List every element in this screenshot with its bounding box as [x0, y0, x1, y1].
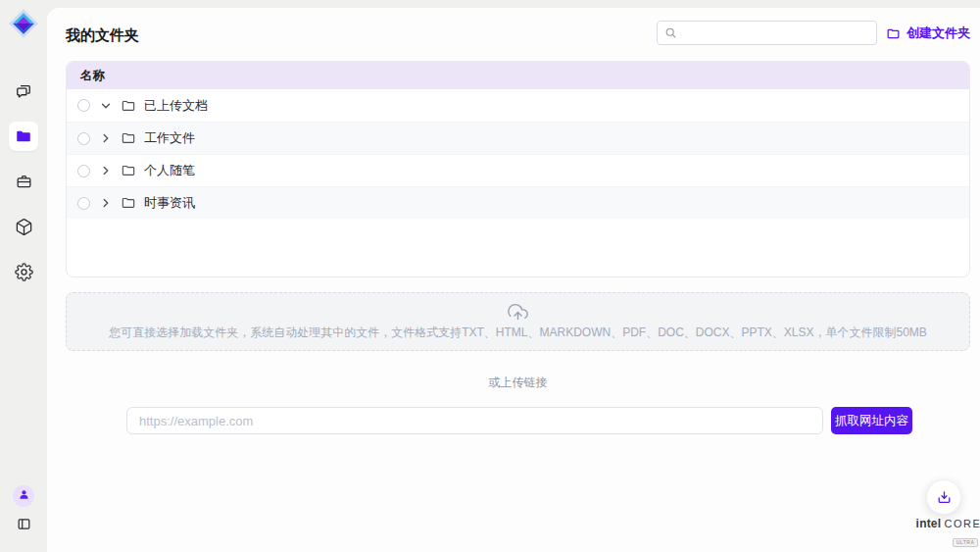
or-upload-link-label: 或上传链接: [66, 375, 970, 391]
upload-hint-text: 您可直接选择加载文件夹，系统自动处理其中的文件，文件格式支持TXT、HTML、M…: [109, 325, 927, 341]
folder-icon: [121, 195, 136, 211]
main-panel: 我的文件夹 创建文件夹 名称: [47, 8, 980, 552]
gear-icon: [15, 263, 33, 281]
sidebar-item-chat[interactable]: [9, 76, 38, 106]
user-avatar[interactable]: [13, 485, 34, 507]
folder-icon: [15, 127, 32, 145]
intel-core-text: intel core: [909, 517, 980, 530]
folder-name: 个人随笔: [144, 162, 195, 179]
chevron-icon[interactable]: [99, 196, 113, 210]
chevron-icon[interactable]: [99, 164, 113, 177]
search-input[interactable]: [683, 26, 869, 40]
download-button[interactable]: [926, 479, 961, 515]
upload-dropzone[interactable]: 您可直接选择加载文件夹，系统自动处理其中的文件，文件格式支持TXT、HTML、M…: [66, 292, 970, 351]
search-icon: [664, 26, 677, 39]
folder-row[interactable]: 已上传文档: [67, 89, 969, 122]
fetch-url-button[interactable]: 抓取网址内容: [831, 407, 912, 434]
sidebar-nav: [9, 76, 38, 286]
sidebar-item-folders[interactable]: [9, 122, 38, 151]
sidebar-item-settings[interactable]: [9, 257, 38, 286]
row-checkbox[interactable]: [77, 99, 90, 112]
upload-cloud-icon: [508, 302, 528, 323]
chevron-icon[interactable]: [99, 131, 113, 145]
url-input[interactable]: [126, 407, 823, 434]
folder-list-card: 名称 已上传文档 工作文件: [66, 61, 970, 277]
search-box[interactable]: [657, 21, 877, 45]
create-folder-icon: [886, 26, 901, 41]
folder-rows: 已上传文档 工作文件 个人随笔: [67, 89, 969, 219]
sidebar-item-toolbox[interactable]: [9, 167, 38, 196]
folder-row[interactable]: 工作文件: [67, 122, 969, 154]
name-column-header: 名称: [80, 68, 105, 84]
folder-name: 时事资讯: [144, 194, 195, 212]
folder-name: 已上传文档: [144, 97, 208, 115]
folder-icon: [121, 163, 136, 178]
page-title: 我的文件夹: [66, 26, 139, 45]
row-checkbox[interactable]: [77, 165, 90, 177]
collapse-sidebar-button[interactable]: [16, 516, 32, 536]
folder-row[interactable]: 个人随笔: [67, 154, 969, 186]
folder-icon: [121, 98, 136, 114]
folder-row[interactable]: 时事资讯: [67, 186, 969, 219]
sidebar: [0, 0, 47, 552]
row-checkbox[interactable]: [77, 197, 90, 210]
user-avatar-icon: [18, 487, 30, 505]
app-logo-icon: [8, 8, 39, 39]
row-checkbox[interactable]: [77, 132, 90, 145]
download-icon: [936, 489, 953, 506]
intel-core-logo: intel core ultra: [909, 517, 980, 548]
chevron-icon[interactable]: [99, 99, 113, 113]
intel-ultra-badge: ultra: [953, 538, 979, 547]
briefcase-icon: [15, 173, 33, 191]
create-folder-label: 创建文件夹: [906, 25, 970, 42]
create-folder-button[interactable]: 创建文件夹: [886, 25, 970, 42]
sidebar-footer: [13, 485, 34, 536]
cube-icon: [15, 218, 33, 236]
folder-name: 工作文件: [144, 129, 195, 147]
sidebar-item-models[interactable]: [9, 212, 38, 241]
table-header: 名称: [67, 62, 969, 89]
folder-icon: [121, 130, 136, 146]
chat-icon: [14, 81, 33, 101]
collapse-panel-icon: [16, 516, 32, 536]
